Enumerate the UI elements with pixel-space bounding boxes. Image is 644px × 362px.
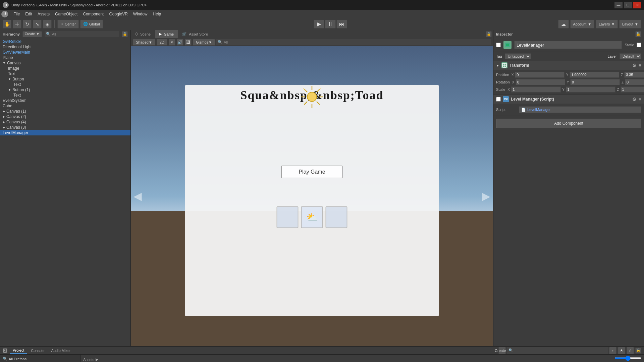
level-box-cloud[interactable]: ⛅ — [301, 206, 323, 228]
menu-window[interactable]: Window — [130, 11, 150, 17]
position-y-input[interactable] — [570, 72, 619, 78]
scale-z-input[interactable] — [621, 86, 644, 93]
scale-y-input[interactable] — [566, 86, 615, 93]
tag-select[interactable]: Untagged — [505, 53, 531, 59]
component-menu-icon[interactable]: ≡ — [639, 63, 641, 68]
layers-button[interactable]: Layers ▼ — [596, 20, 618, 28]
scene-effects-icon[interactable]: 🖼 — [185, 39, 192, 46]
transform-title: Transform — [509, 63, 630, 68]
hierarchy-item[interactable]: ▶Canvas (4) — [0, 119, 130, 125]
global-toggle[interactable]: 🌐 Global — [80, 20, 103, 28]
scale-tool[interactable]: ⤡ — [33, 20, 42, 28]
layer-select[interactable]: Default — [620, 53, 641, 59]
hierarchy-item[interactable]: Image — [0, 66, 130, 71]
hierarchy-item[interactable]: Text — [0, 82, 130, 87]
project-tool3[interactable]: ☆ — [627, 347, 634, 354]
rotation-z-input[interactable] — [625, 79, 644, 85]
hierarchy-item[interactable]: GvrViewerMain — [0, 50, 130, 55]
menu-component[interactable]: Component — [80, 11, 106, 17]
scale-x-input[interactable] — [511, 86, 561, 93]
scene-arrow-left[interactable]: ◀ — [133, 190, 142, 202]
account-button[interactable]: Account ▼ — [570, 20, 595, 28]
levelmanager-settings-icon[interactable]: ⚙ — [632, 97, 637, 102]
transform-expand-icon: ▼ — [496, 64, 499, 67]
project-tool2[interactable]: ★ — [618, 347, 625, 354]
hierarchy-create-button[interactable]: Create ▼ — [22, 31, 42, 37]
rect-tool[interactable]: ◈ — [43, 20, 52, 28]
close-button[interactable]: ✕ — [633, 2, 641, 8]
hierarchy-item-levelmanager[interactable]: LevelManager — [0, 130, 130, 135]
tab-scene[interactable]: ⬡ Scene — [131, 30, 155, 38]
transform-header[interactable]: ▼ Transform ⚙ ≡ — [493, 61, 644, 70]
tab-game[interactable]: ▶ Game — [155, 30, 178, 38]
scene-view: Squa&nbsp;&nbsp;Toad — [131, 46, 493, 346]
hierarchy-item[interactable]: ▶Canvas (2) — [0, 114, 130, 119]
project-tool1[interactable]: ↑ — [609, 347, 616, 354]
hierarchy-item[interactable]: Directional Light — [0, 44, 130, 50]
static-checkbox[interactable] — [637, 43, 641, 47]
layers-dropdown-icon: ▼ — [611, 22, 615, 26]
scene-lock-icon[interactable]: 🔓 — [486, 31, 492, 37]
hierarchy-item[interactable]: Cube — [0, 103, 130, 109]
hierarchy-item[interactable]: Text — [0, 71, 130, 76]
hierarchy-item[interactable]: ▶Canvas (3) — [0, 125, 130, 130]
level-box-3[interactable] — [326, 206, 347, 228]
minimize-button[interactable]: — — [614, 2, 623, 8]
hierarchy-item[interactable]: GvrReticle — [0, 39, 130, 44]
levelmanager-header[interactable]: C# Level Manager (Script) ⚙ ≡ — [493, 95, 644, 104]
menu-gameobject[interactable]: GameObject — [52, 11, 80, 17]
tab-audio-mixer[interactable]: Audio Mixer — [49, 348, 73, 353]
tab-asset-store[interactable]: 🛒 Asset Store — [178, 30, 212, 38]
menu-file[interactable]: File — [11, 11, 22, 17]
menu-edit[interactable]: Edit — [22, 11, 35, 17]
object-name-input[interactable] — [514, 41, 622, 49]
move-tool[interactable]: ✛ — [13, 20, 21, 28]
sun-icon[interactable]: ☀ — [169, 39, 175, 46]
hierarchy-item[interactable]: ▼Canvas — [0, 60, 130, 66]
rotation-x-input[interactable] — [516, 79, 565, 85]
zoom-slider[interactable] — [614, 357, 641, 359]
tree-item-all-prefabs[interactable]: 🔍 All Prefabs — [0, 356, 80, 362]
audio-icon[interactable]: 🔊 — [177, 39, 183, 46]
rotation-y-input[interactable] — [570, 79, 620, 85]
step-button[interactable]: ⏭ — [336, 20, 347, 28]
menu-assets[interactable]: Assets — [35, 11, 52, 17]
maximize-button[interactable]: ☐ — [624, 2, 632, 8]
script-reference[interactable]: 📄 LevelManager — [519, 106, 641, 113]
project-lock-icon[interactable]: 🔓 — [635, 348, 641, 354]
position-z-input[interactable] — [624, 72, 644, 78]
menu-help[interactable]: Help — [150, 11, 164, 17]
component-settings-icon[interactable]: ⚙ — [632, 63, 637, 68]
menu-googlevr[interactable]: GoogleVR — [106, 11, 130, 17]
play-game-button[interactable]: Play Game — [281, 166, 342, 178]
gizmos-button[interactable]: Gizmos ▼ — [193, 39, 215, 46]
object-active-checkbox[interactable] — [496, 43, 501, 47]
transform-component: ▼ Transform ⚙ ≡ Position X — [493, 61, 644, 95]
hierarchy-item[interactable]: ▼Button (1) — [0, 87, 130, 93]
scene-arrow-right[interactable]: ▶ — [482, 190, 490, 202]
tab-project[interactable]: Project — [10, 348, 27, 354]
shaded-button[interactable]: Shaded ▼ — [133, 39, 155, 46]
levelmanager-active-checkbox[interactable] — [496, 97, 501, 102]
tab-console[interactable]: Console — [28, 348, 47, 353]
2d-button[interactable]: 2D — [157, 39, 167, 46]
pause-button[interactable]: ⏸ — [325, 20, 336, 28]
level-box-1[interactable] — [277, 206, 299, 228]
layout-button[interactable]: Layout ▼ — [619, 20, 641, 28]
position-x-input[interactable] — [515, 72, 565, 78]
rotate-tool[interactable]: ↻ — [23, 20, 32, 28]
hierarchy-lock-icon[interactable]: 🔓 — [122, 31, 128, 37]
hierarchy-item[interactable]: EventSystem — [0, 98, 130, 103]
hierarchy-item[interactable]: ▼Button — [0, 76, 130, 82]
hand-tool[interactable]: ✋ — [3, 20, 11, 28]
center-toggle[interactable]: ⊕ Center — [57, 20, 79, 28]
hierarchy-item[interactable]: Text — [0, 93, 130, 98]
inspector-lock-icon[interactable]: 🔓 — [635, 31, 641, 37]
project-create-button[interactable]: Create ▼ — [498, 347, 506, 354]
hierarchy-item[interactable]: ▶Canvas (1) — [0, 109, 130, 114]
play-button[interactable]: ▶ — [314, 20, 324, 28]
hierarchy-item[interactable]: Plane — [0, 55, 130, 60]
add-component-button[interactable]: Add Component — [496, 119, 641, 128]
levelmanager-menu-icon[interactable]: ≡ — [639, 97, 641, 102]
cloud-icon[interactable]: ☁ — [558, 20, 569, 28]
